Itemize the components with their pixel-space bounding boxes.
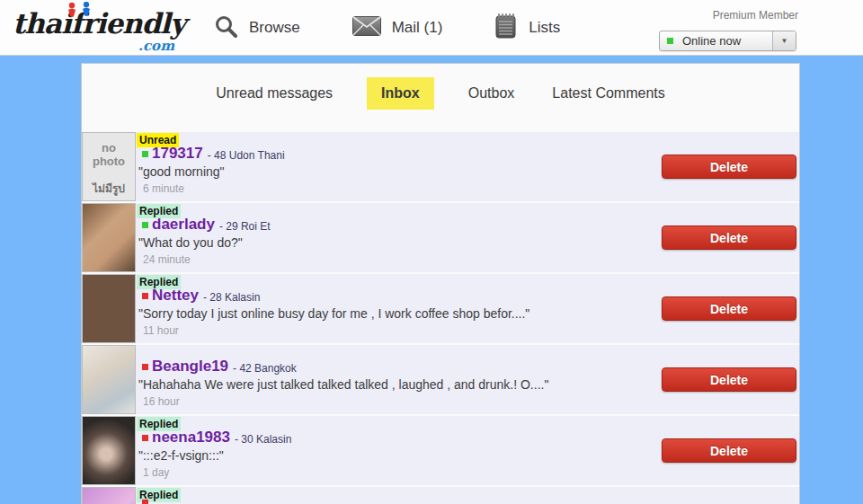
mail-icon <box>352 16 381 40</box>
nav-browse[interactable]: Browse <box>214 14 300 42</box>
nav-mail-label: Mail (1) <box>392 19 443 37</box>
nav-lists[interactable]: Lists <box>494 13 560 43</box>
avatar[interactable] <box>82 416 136 485</box>
message-preview: "Hahahaha We were just talked talked tal… <box>138 377 548 392</box>
offline-dot-icon <box>142 435 148 441</box>
message-time: 16 hour <box>143 395 180 408</box>
tab-outbox[interactable]: Outbox <box>465 77 519 110</box>
username-link[interactable]: daerlady <box>152 216 215 234</box>
offline-dot-icon <box>142 364 148 370</box>
no-photo-thai-label: ไม่มีรูป <box>83 180 135 197</box>
logo-figures-icon <box>65 2 95 25</box>
username-link[interactable]: Nettey <box>152 287 199 305</box>
logo-text-thai: thai <box>13 7 71 40</box>
logo-tld: .com <box>138 38 174 54</box>
tab-inbox[interactable]: Inbox <box>367 77 434 110</box>
message-preview: "good morning" <box>138 164 225 179</box>
message-row: Replied daerlady - 29 Roi Et "What do yo… <box>82 203 799 272</box>
message-preview: "Sorry today I just online busy day for … <box>138 306 529 321</box>
age-location: - 48 Udon Thani <box>208 146 285 162</box>
delete-button[interactable]: Delete <box>662 367 796 392</box>
message-time: 24 minute <box>143 253 191 266</box>
online-dot-icon <box>667 38 673 44</box>
offline-dot-icon <box>142 500 148 504</box>
top-header: thaifriendly .com Browse <box>0 0 863 56</box>
offline-dot-icon <box>142 293 148 299</box>
nav-lists-label: Lists <box>529 19 560 37</box>
age-location: - 28 Kalasin <box>203 288 260 304</box>
message-time: 11 hour <box>143 324 179 337</box>
avatar[interactable] <box>82 345 136 414</box>
age-location: - 42 Bangkok <box>233 359 297 375</box>
delete-button[interactable]: Delete <box>662 438 796 463</box>
avatar[interactable] <box>82 487 136 504</box>
delete-button[interactable]: Delete <box>662 225 796 250</box>
avatar[interactable] <box>82 203 136 272</box>
username-link[interactable]: 179317 <box>152 145 203 163</box>
mail-tabs: Unread messages Inbox Outbox Latest Comm… <box>82 77 799 110</box>
username-link[interactable]: Beangle19 <box>152 358 228 376</box>
avatar[interactable] <box>82 274 136 343</box>
inbox-panel: Unread messages Inbox Outbox Latest Comm… <box>81 63 800 504</box>
site-logo[interactable]: thaifriendly .com <box>13 7 183 52</box>
age-location: - 29 Roi Et <box>219 217 271 233</box>
delete-button[interactable]: Delete <box>662 155 796 179</box>
online-dot-icon <box>142 151 148 157</box>
message-row: Replied neena1983 - 30 Kalasin ":::e2-f-… <box>82 416 799 485</box>
premium-member-label: Premium Member <box>713 9 798 22</box>
message-preview: ":::e2-f-vsign:::" <box>138 448 224 463</box>
message-row: Replied Delete <box>82 487 799 504</box>
online-status-value: Online now <box>682 34 772 48</box>
tab-unread-messages[interactable]: Unread messages <box>212 77 336 110</box>
lists-icon <box>494 13 518 43</box>
online-status-dropdown[interactable]: Online now ▼ <box>659 31 796 51</box>
message-time: 6 minute <box>143 182 184 195</box>
message-list: nophoto ไม่มีรูป Unread 179317 - 48 Udon… <box>82 132 799 504</box>
nav-mail[interactable]: Mail (1) <box>352 16 443 40</box>
username-link[interactable]: neena1983 <box>152 429 230 447</box>
age-location: - 30 Kalasin <box>235 430 291 446</box>
message-time: 1 day <box>143 466 169 479</box>
main-nav: Browse Mail (1) <box>214 13 560 43</box>
avatar-no-photo[interactable]: nophoto ไม่มีรูป <box>82 132 136 201</box>
tab-latest-comments[interactable]: Latest Comments <box>548 77 668 110</box>
nav-browse-label: Browse <box>249 19 300 37</box>
chevron-down-icon[interactable]: ▼ <box>772 31 796 50</box>
delete-button[interactable]: Delete <box>662 296 796 321</box>
message-row: nophoto ไม่มีรูป Unread 179317 - 48 Udon… <box>82 132 799 201</box>
message-preview: "What do you do?" <box>138 235 243 250</box>
search-icon <box>214 14 238 42</box>
online-dot-icon <box>142 222 148 228</box>
message-row: Beangle19 - 42 Bangkok "Hahahaha We were… <box>82 345 799 414</box>
message-row: Replied Nettey - 28 Kalasin "Sorry today… <box>82 274 799 343</box>
